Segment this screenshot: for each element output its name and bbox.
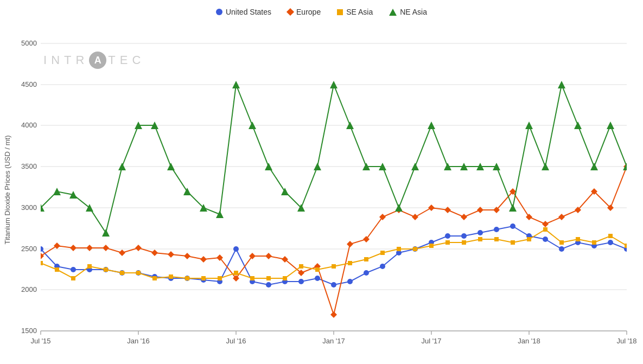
svg-marker-99: [526, 214, 532, 220]
svg-text:1500: 1500: [21, 327, 37, 335]
svg-marker-73: [103, 245, 109, 251]
svg-rect-121: [283, 276, 287, 280]
svg-rect-109: [87, 264, 92, 269]
legend-label-europe: Europe: [296, 8, 321, 16]
svg-rect-114: [169, 274, 173, 279]
svg-rect-124: [332, 264, 336, 269]
svg-rect-133: [478, 237, 482, 241]
svg-marker-152: [183, 188, 191, 195]
svg-rect-131: [445, 240, 450, 245]
svg-marker-78: [184, 253, 190, 259]
svg-text:Jul '16: Jul '16: [226, 337, 246, 345]
svg-point-49: [315, 276, 320, 281]
svg-point-60: [494, 227, 499, 232]
svg-point-53: [380, 264, 385, 269]
y-axis-label: Titanium Dioxide Prices (USD / mt): [3, 135, 11, 244]
svg-rect-110: [104, 267, 108, 272]
svg-marker-83: [265, 253, 272, 259]
svg-rect-135: [511, 240, 515, 245]
chart-legend: United States Europe SE Asia NE Asia: [0, 0, 643, 18]
svg-rect-136: [527, 237, 531, 241]
svg-point-64: [559, 246, 564, 252]
svg-rect-117: [218, 276, 222, 280]
svg-marker-92: [412, 214, 418, 220]
svg-text:2500: 2500: [21, 245, 37, 253]
svg-marker-100: [542, 221, 549, 227]
svg-point-63: [543, 237, 548, 242]
svg-rect-119: [250, 276, 254, 280]
svg-text:Jan '18: Jan '18: [518, 337, 540, 345]
svg-rect-120: [266, 276, 271, 280]
svg-text:5000: 5000: [21, 39, 37, 47]
svg-rect-141: [608, 234, 613, 238]
svg-rect-130: [429, 244, 434, 248]
svg-text:Jul '18: Jul '18: [616, 337, 636, 345]
svg-marker-95: [461, 214, 467, 220]
svg-text:4500: 4500: [21, 80, 37, 88]
svg-rect-108: [71, 276, 75, 280]
svg-rect-115: [185, 276, 189, 280]
svg-marker-69: [37, 253, 44, 259]
svg-point-48: [298, 279, 304, 284]
chart-svg: 1500 2000 2500 3000 3500 4000 4500 5000 …: [0, 27, 643, 364]
svg-point-44: [233, 246, 239, 252]
us-series: [38, 223, 629, 288]
svg-marker-75: [135, 245, 142, 251]
svg-point-46: [266, 282, 271, 288]
legend-square-se-asia: [337, 9, 343, 15]
legend-item-europe: Europe: [288, 8, 321, 16]
svg-marker-76: [151, 250, 158, 256]
svg-rect-134: [494, 237, 499, 241]
svg-point-67: [608, 240, 613, 245]
svg-rect-129: [413, 247, 417, 251]
legend-item-se-asia: SE Asia: [337, 8, 373, 16]
svg-rect-111: [120, 271, 124, 275]
legend-label-ne-asia: NE Asia: [400, 8, 427, 16]
legend-triangle-ne-asia: [389, 9, 397, 16]
svg-text:3500: 3500: [21, 162, 37, 170]
svg-point-32: [38, 246, 43, 252]
svg-marker-88: [347, 241, 353, 247]
svg-point-34: [71, 267, 76, 272]
legend-item-us: United States: [216, 8, 271, 16]
legend-dot-us: [216, 9, 222, 15]
svg-rect-116: [201, 276, 206, 280]
svg-rect-118: [234, 271, 238, 275]
svg-marker-147: [102, 229, 110, 237]
legend-label-se-asia: SE Asia: [346, 8, 373, 16]
svg-point-59: [478, 230, 483, 235]
ne-asia-series: [37, 81, 631, 237]
legend-item-ne-asia: NE Asia: [389, 8, 427, 16]
svg-marker-154: [216, 210, 224, 218]
se-asia-series: [39, 227, 629, 280]
svg-point-52: [364, 270, 369, 276]
svg-text:2000: 2000: [21, 285, 37, 293]
svg-rect-140: [592, 240, 596, 245]
svg-marker-72: [86, 245, 93, 251]
legend-diamond-europe: [287, 8, 294, 16]
svg-rect-127: [380, 251, 385, 255]
svg-point-61: [510, 223, 515, 229]
svg-rect-139: [576, 237, 580, 241]
svg-text:Jan '17: Jan '17: [322, 337, 345, 345]
svg-marker-158: [281, 188, 289, 195]
svg-rect-106: [39, 261, 43, 265]
svg-marker-71: [70, 245, 77, 251]
svg-text:4000: 4000: [21, 121, 37, 129]
svg-marker-77: [168, 251, 174, 258]
svg-point-58: [461, 233, 467, 239]
svg-point-50: [331, 282, 336, 288]
svg-marker-101: [558, 214, 565, 220]
svg-rect-126: [364, 257, 368, 261]
svg-text:3000: 3000: [21, 203, 37, 212]
svg-marker-70: [54, 242, 60, 249]
svg-point-51: [347, 279, 353, 284]
svg-rect-112: [136, 271, 141, 275]
svg-rect-125: [348, 261, 352, 265]
svg-rect-138: [559, 240, 564, 245]
svg-rect-123: [315, 267, 320, 272]
svg-rect-107: [55, 267, 59, 272]
svg-text:Jan '16: Jan '16: [127, 337, 150, 345]
svg-rect-113: [152, 276, 157, 280]
svg-marker-74: [119, 250, 125, 256]
